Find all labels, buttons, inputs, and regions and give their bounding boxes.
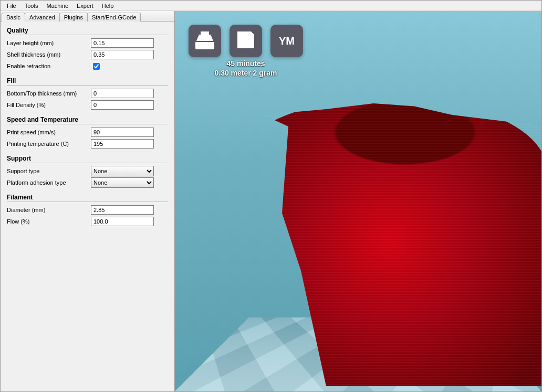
load-model-icon: [193, 28, 216, 54]
label-flow: Flow (%): [7, 218, 91, 225]
load-model-button[interactable]: [189, 25, 221, 57]
menu-machine[interactable]: Machine: [42, 2, 72, 10]
section-speed-temp: Speed and Temperature: [7, 116, 168, 124]
label-bottom-top-thickness: Bottom/Top thickness (mm): [7, 90, 91, 97]
menu-file[interactable]: File: [3, 2, 20, 10]
tab-plugins[interactable]: Plugins: [59, 13, 88, 22]
section-support: Support: [7, 155, 168, 163]
label-shell-thickness: Shell thickness (mm): [7, 51, 91, 58]
label-print-speed: Print speed (mm/s): [7, 129, 91, 135]
label-enable-retraction: Enable retraction: [7, 63, 91, 69]
select-support-type[interactable]: None: [91, 166, 154, 176]
input-layer-height[interactable]: [91, 38, 154, 48]
label-layer-height: Layer height (mm): [7, 40, 91, 46]
label-support-type: Support type: [7, 168, 91, 174]
settings-tabs: Basic Advanced Plugins Start/End-GCode: [1, 11, 174, 22]
app-window: File Tools Machine Expert Help Basic Adv…: [0, 0, 542, 392]
input-bottom-top-thickness[interactable]: [91, 89, 154, 98]
input-print-speed[interactable]: [91, 128, 154, 137]
viewport-toolbar: YM 45 minutes 0.30 meter 2 gram: [189, 25, 303, 78]
checkbox-enable-retraction[interactable]: [93, 63, 100, 70]
menubar: File Tools Machine Expert Help: [1, 1, 541, 11]
3d-viewport[interactable]: YM 45 minutes 0.30 meter 2 gram: [175, 11, 541, 391]
label-diameter: Diameter (mm): [7, 207, 91, 213]
tab-gcode[interactable]: Start/End-GCode: [87, 13, 141, 22]
input-fill-density[interactable]: [91, 100, 154, 110]
ym-icon: YM: [279, 35, 295, 47]
main-body: Basic Advanced Plugins Start/End-GCode Q…: [1, 11, 541, 391]
settings-form: Quality Layer height (mm) Shell thicknes…: [1, 22, 174, 231]
label-fill-density: Fill Density (%): [7, 102, 91, 108]
save-icon: [234, 28, 257, 54]
section-quality: Quality: [7, 27, 168, 35]
label-printing-temp: Printing temperature (C): [7, 141, 91, 147]
menu-tools[interactable]: Tools: [20, 2, 43, 10]
tab-basic[interactable]: Basic: [2, 13, 25, 22]
print-material: 0.30 meter 2 gram: [214, 69, 277, 78]
tab-advanced[interactable]: Advanced: [25, 13, 60, 22]
section-filament: Filament: [7, 194, 168, 202]
input-shell-thickness[interactable]: [91, 50, 154, 59]
menu-expert[interactable]: Expert: [72, 2, 98, 10]
input-flow[interactable]: [91, 217, 154, 226]
section-fill: Fill: [7, 77, 168, 86]
print-stats: 45 minutes 0.30 meter 2 gram: [214, 59, 277, 78]
menu-help[interactable]: Help: [98, 2, 118, 10]
settings-panel: Basic Advanced Plugins Start/End-GCode Q…: [1, 11, 175, 391]
label-platform-adhesion: Platform adhesion type: [7, 179, 91, 186]
share-ym-button[interactable]: YM: [270, 25, 303, 57]
select-platform-adhesion[interactable]: None: [91, 177, 154, 188]
print-time: 45 minutes: [214, 59, 277, 69]
input-printing-temp[interactable]: [91, 139, 154, 149]
input-diameter[interactable]: [91, 205, 154, 215]
save-toolpath-button[interactable]: [230, 25, 262, 57]
